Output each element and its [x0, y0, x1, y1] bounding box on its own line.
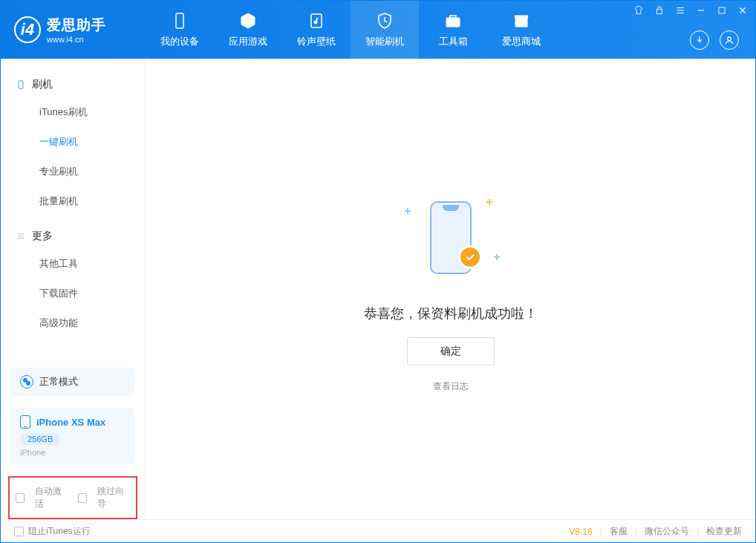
success-illustration	[399, 186, 503, 290]
sidebar-item-other-tools[interactable]: 其他工具	[1, 249, 145, 279]
success-message: 恭喜您，保资料刷机成功啦！	[364, 305, 538, 322]
app-header: i4 爱思助手 www.i4.cn 我的设备 应用游戏 铃声壁纸 智能刷机 工具…	[1, 1, 755, 59]
app-name-cn: 爱思助手	[47, 16, 106, 35]
sparkle-icon	[494, 254, 500, 260]
store-icon	[512, 11, 531, 30]
nav-toolbox[interactable]: 工具箱	[419, 1, 487, 59]
device-type: iPhone	[20, 448, 126, 457]
sidebar-item-advanced[interactable]: 高级功能	[1, 308, 145, 338]
sidebar-group-more: 更多 其他工具 下载固件 高级功能	[1, 224, 145, 338]
svg-rect-4	[657, 10, 662, 14]
device-icon	[170, 11, 189, 30]
sparkle-icon	[405, 208, 411, 214]
version-label: V8.16	[569, 527, 592, 537]
svg-rect-7	[19, 81, 23, 89]
svg-point-6	[728, 37, 731, 41]
nav-ringtones[interactable]: 铃声壁纸	[282, 1, 351, 59]
sidebar-head-more: 更多	[1, 224, 145, 249]
opt-auto-activate-label: 自动激活	[35, 485, 68, 510]
main-content: 恭喜您，保资料刷机成功啦！ 确定 查看日志	[146, 59, 755, 519]
nav-label: 铃声壁纸	[297, 35, 336, 48]
device-small-icon	[20, 415, 30, 429]
sidebar: 刷机 iTunes刷机 一键刷机 专业刷机 批量刷机 更多 其他工具 下载固件 …	[1, 59, 146, 519]
sidebar-group-flash: 刷机 iTunes刷机 一键刷机 专业刷机 批量刷机	[1, 72, 145, 216]
lock-icon[interactable]	[654, 5, 665, 16]
sidebar-head-flash: 刷机	[1, 72, 145, 97]
nav-label: 智能刷机	[365, 35, 404, 48]
link-update[interactable]: 检查更新	[706, 525, 742, 538]
mode-card[interactable]: 正常模式	[11, 368, 134, 396]
phone-icon	[16, 79, 26, 90]
app-name-en: www.i4.cn	[47, 35, 106, 44]
svg-rect-5	[719, 7, 725, 13]
nav-label: 应用游戏	[229, 35, 267, 48]
logo-icon: i4	[14, 16, 41, 43]
sidebar-head-label: 更多	[32, 230, 53, 243]
nav-store[interactable]: 爱思商城	[487, 1, 555, 59]
bottom-options: 自动激活 跳过向导	[8, 476, 137, 519]
ok-button[interactable]: 确定	[407, 337, 495, 365]
device-card[interactable]: iPhone XS Max 256GB iPhone	[11, 408, 134, 464]
checkbox-block-itunes[interactable]	[14, 527, 24, 536]
body: 刷机 iTunes刷机 一键刷机 专业刷机 批量刷机 更多 其他工具 下载固件 …	[1, 59, 755, 519]
sidebar-item-pro-flash[interactable]: 专业刷机	[1, 157, 145, 186]
maximize-icon[interactable]	[717, 5, 727, 16]
nav-apps[interactable]: 应用游戏	[214, 1, 282, 59]
download-button[interactable]	[690, 30, 709, 50]
shield-icon	[375, 11, 394, 30]
titlebar-icons	[633, 5, 748, 16]
opt-skip-guide-label: 跳过向导	[97, 485, 130, 510]
checkbox-auto-activate[interactable]	[16, 493, 25, 503]
sidebar-head-label: 刷机	[32, 78, 53, 91]
block-itunes-label: 阻止iTunes运行	[28, 525, 91, 538]
music-icon	[307, 11, 326, 30]
mode-icon	[20, 375, 33, 388]
status-bar: 阻止iTunes运行 V8.16 | 客服 | 微信公众号 | 检查更新	[1, 519, 755, 543]
minimize-icon[interactable]	[696, 5, 706, 16]
nav-my-device[interactable]: 我的设备	[146, 1, 214, 59]
top-nav: 我的设备 应用游戏 铃声壁纸 智能刷机 工具箱 爱思商城	[146, 1, 555, 59]
mode-label: 正常模式	[39, 375, 78, 388]
nav-label: 我的设备	[160, 35, 199, 48]
checkbox-skip-guide[interactable]	[78, 493, 87, 503]
sidebar-item-itunes-flash[interactable]: iTunes刷机	[1, 97, 145, 127]
sidebar-item-download-fw[interactable]: 下载固件	[1, 279, 145, 308]
link-support[interactable]: 客服	[610, 525, 628, 538]
list-icon	[16, 231, 26, 241]
logo-text: 爱思助手 www.i4.cn	[47, 16, 106, 44]
user-button[interactable]	[720, 30, 739, 50]
sparkle-icon	[486, 199, 492, 205]
svg-rect-2	[446, 18, 460, 27]
nav-label: 爱思商城	[502, 35, 541, 48]
close-icon[interactable]	[737, 5, 748, 16]
storage-badge: 256GB	[20, 433, 60, 445]
nav-flash[interactable]: 智能刷机	[351, 1, 419, 59]
checkmark-badge-icon	[458, 245, 482, 269]
svg-rect-0	[176, 13, 183, 28]
device-name: iPhone XS Max	[36, 417, 105, 428]
menu-icon[interactable]	[675, 5, 685, 16]
logo[interactable]: i4 爱思助手 www.i4.cn	[1, 16, 146, 44]
view-log-link[interactable]: 查看日志	[433, 380, 469, 393]
svg-rect-3	[450, 16, 456, 18]
tshirt-icon[interactable]	[633, 5, 644, 16]
nav-label: 工具箱	[439, 35, 468, 48]
sidebar-item-batch-flash[interactable]: 批量刷机	[1, 186, 145, 216]
toolbox-icon	[443, 11, 463, 30]
cube-icon	[238, 11, 258, 30]
header-right-icons	[690, 30, 739, 50]
sidebar-item-oneclick-flash[interactable]: 一键刷机	[1, 127, 145, 157]
link-wechat[interactable]: 微信公众号	[645, 525, 689, 538]
